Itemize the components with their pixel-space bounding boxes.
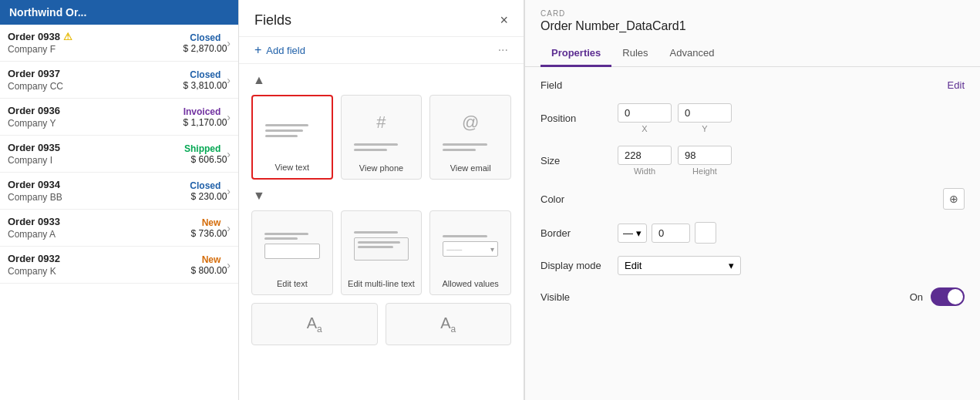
order-company: Company CC <box>8 81 184 92</box>
chevron-right-icon: › <box>227 222 231 234</box>
order-company: Company F <box>8 44 184 55</box>
color-property-row: Color ⊕ <box>541 188 965 210</box>
position-x-group: X <box>618 103 672 133</box>
section-header-top: ▲ <box>251 72 511 89</box>
properties-panel: CARD Order Number_DataCard1 Properties R… <box>524 0 980 400</box>
order-item[interactable]: Order 0938⚠Company FClosed$ 2,870.00› <box>0 25 238 62</box>
position-property-row: Position X Y <box>541 103 965 133</box>
preview-dropdown: —— ▾ <box>443 241 498 257</box>
warning-icon: ⚠ <box>63 31 72 42</box>
position-x-input[interactable] <box>618 103 672 123</box>
display-mode-label: Display mode <box>541 260 618 271</box>
aa-text-2: Aa <box>440 314 456 334</box>
collapse-top-button[interactable]: ▲ <box>251 72 267 89</box>
edit-cards-grid: Edit text Edit multi-line text <box>251 210 511 295</box>
color-picker-button[interactable]: ⊕ <box>943 188 965 210</box>
order-list: Order 0938⚠Company FClosed$ 2,870.00›Ord… <box>0 25 238 284</box>
collapse-mid-button[interactable]: ▼ <box>251 187 267 204</box>
position-y-input[interactable] <box>678 103 732 123</box>
add-field-row[interactable]: + Add field ··· <box>239 37 524 64</box>
display-mode-value: Edit ▾ <box>618 256 965 275</box>
close-button[interactable]: × <box>500 12 508 29</box>
order-status: Closed <box>184 69 221 80</box>
size-width-label: Width <box>634 166 655 176</box>
position-y-label: Y <box>702 124 707 133</box>
position-values: X Y <box>618 103 965 133</box>
size-width-input[interactable] <box>618 146 672 165</box>
field-edit-link[interactable]: Edit <box>948 79 965 91</box>
border-dropdown-icon: ▾ <box>636 227 642 239</box>
fields-title: Fields <box>254 12 291 29</box>
size-height-input[interactable] <box>678 146 732 165</box>
order-number: Order 0934 <box>8 179 190 190</box>
position-x-label: X <box>642 124 647 133</box>
border-style-button[interactable]: — ▾ <box>618 224 647 243</box>
view-email-card[interactable]: @ View email <box>429 95 511 180</box>
card-title: Order Number_DataCard1 <box>541 19 965 33</box>
toggle-thumb <box>948 289 963 304</box>
position-label: Position <box>541 113 618 124</box>
order-status: Closed <box>184 32 221 43</box>
aa-card-1[interactable]: Aa <box>251 303 378 345</box>
section-header-mid: ▼ <box>251 187 511 204</box>
position-y-group: Y <box>678 103 732 133</box>
preview-line <box>264 237 298 240</box>
tab-rules[interactable]: Rules <box>611 41 658 67</box>
preview-line <box>354 143 398 146</box>
view-phone-card[interactable]: # View phone <box>341 95 423 180</box>
order-status: New <box>191 217 221 228</box>
field-value: Edit <box>618 79 965 91</box>
edit-multiline-card[interactable]: Edit multi-line text <box>341 210 423 295</box>
tab-advanced[interactable]: Advanced <box>659 41 726 67</box>
order-status: Closed <box>190 180 221 191</box>
display-mode-select[interactable]: Edit ▾ <box>618 256 741 275</box>
order-item[interactable]: Order 0934Company BBClosed$ 230.00› <box>0 173 238 210</box>
border-width-input[interactable] <box>652 224 690 243</box>
chevron-right-icon: › <box>227 74 231 86</box>
tab-properties[interactable]: Properties <box>541 41 611 67</box>
order-company: Company BB <box>8 192 190 203</box>
hash-icon: # <box>351 106 413 139</box>
properties-tabs: Properties Rules Advanced <box>525 41 980 67</box>
more-options-icon[interactable]: ··· <box>498 43 508 57</box>
aa-text-1: Aa <box>307 314 322 334</box>
panel-title: Northwind Or... <box>9 6 86 18</box>
border-color-button[interactable] <box>695 222 716 244</box>
allowed-values-card[interactable]: —— ▾ Allowed values <box>429 210 511 295</box>
order-number: Order 0936 <box>8 105 184 116</box>
border-values: — ▾ <box>618 222 965 244</box>
order-amount: $ 2,870.00 <box>184 43 227 54</box>
view-email-preview: @ <box>436 102 504 159</box>
order-item[interactable]: Order 0933Company ANew$ 736.00› <box>0 210 238 247</box>
properties-header: CARD Order Number_DataCard1 <box>525 0 980 41</box>
display-mode-selected: Edit <box>625 260 642 271</box>
allowed-values-preview: —— ▾ <box>436 217 504 274</box>
edit-multiline-label: Edit multi-line text <box>348 279 415 288</box>
preview-line <box>264 233 308 235</box>
chevron-right-icon: › <box>227 111 231 123</box>
view-text-card[interactable]: View text <box>251 95 333 180</box>
order-number: Order 0937 <box>8 68 184 79</box>
size-width-group: Width <box>618 146 672 176</box>
order-status: Invoiced <box>184 106 221 117</box>
order-item[interactable]: Order 0937Company CCClosed$ 3,810.00› <box>0 62 238 99</box>
preview-line <box>265 135 298 137</box>
order-amount: $ 606.50 <box>184 154 227 165</box>
order-item[interactable]: Order 0936Company YInvoiced$ 1,170.00› <box>0 99 238 136</box>
order-company: Company K <box>8 266 191 277</box>
field-property-row: Field Edit <box>541 79 965 91</box>
order-status: Shipped <box>184 143 221 154</box>
fields-panel: Fields × + Add field ··· ▲ View text <box>239 0 524 400</box>
color-value: ⊕ <box>618 188 965 210</box>
order-number: Order 0935 <box>8 142 184 153</box>
edit-text-card[interactable]: Edit text <box>251 210 333 295</box>
aa-card-2[interactable]: Aa <box>386 303 512 345</box>
order-item[interactable]: Order 0932Company KNew$ 800.00› <box>0 247 238 284</box>
order-item[interactable]: Order 0935Company IShipped$ 606.50› <box>0 136 238 173</box>
preview-line <box>354 231 398 234</box>
border-label: Border <box>541 227 618 239</box>
size-values: Width Height <box>618 146 965 176</box>
visible-toggle-container: On <box>910 287 965 306</box>
visible-toggle[interactable] <box>931 287 965 306</box>
card-type-label: CARD <box>541 9 965 18</box>
